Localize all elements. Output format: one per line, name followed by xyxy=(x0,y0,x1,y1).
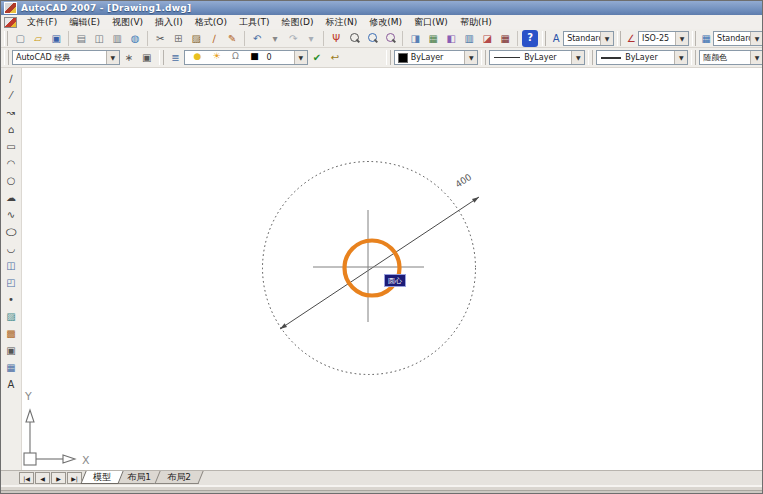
polygon-icon[interactable]: ⌂ xyxy=(3,121,20,138)
designcenter-icon[interactable]: ▦ xyxy=(425,30,441,47)
etransmit-globe-icon[interactable]: ◍ xyxy=(127,30,143,47)
toolbar-grip[interactable] xyxy=(542,31,546,46)
table-style-combo[interactable]: Standard ▼ xyxy=(713,31,763,46)
plot-icon[interactable]: ▤ xyxy=(73,30,89,47)
plotstyle-combo[interactable]: 随颜色 ▼ xyxy=(699,50,763,65)
toolbar-grip[interactable] xyxy=(159,50,164,65)
construction-line-icon[interactable]: ⁄ xyxy=(3,87,20,104)
toolbar-grip[interactable] xyxy=(4,31,8,46)
first-tab-button[interactable]: |◀ xyxy=(19,472,34,484)
dimension-line-entity[interactable] xyxy=(280,197,479,329)
mtext-icon[interactable]: A xyxy=(3,376,20,393)
hatch-icon[interactable]: ▨ xyxy=(3,308,20,325)
layer-on-bulb-icon[interactable]: ● xyxy=(189,50,205,65)
toolbar-grip[interactable] xyxy=(4,50,9,65)
toolbar-grip[interactable] xyxy=(617,31,621,46)
chevron-down-icon[interactable]: ▼ xyxy=(464,51,477,64)
menu-tools[interactable]: 工具(T) xyxy=(233,15,276,29)
layer-properties-manager-icon[interactable]: ≣ xyxy=(168,49,184,66)
menu-window[interactable]: 窗口(W) xyxy=(408,15,454,29)
save-icon[interactable]: ▣ xyxy=(48,30,64,47)
dimension-text[interactable]: 400 xyxy=(454,172,474,190)
polyline-icon[interactable]: ↝ xyxy=(3,104,20,121)
drawing-window-icon[interactable] xyxy=(4,17,17,28)
redo-icon[interactable]: ↷ xyxy=(285,30,301,47)
ellipse-icon[interactable]: ○ xyxy=(0,223,22,240)
linetype-combo[interactable]: ByLayer ▼ xyxy=(489,50,585,65)
chevron-down-icon[interactable]: ▼ xyxy=(675,32,688,45)
menu-insert[interactable]: 插入(I) xyxy=(149,15,189,29)
block-editor-icon[interactable]: ✎ xyxy=(224,30,240,47)
dim-style-combo[interactable]: ISO-25 ▼ xyxy=(638,31,689,46)
rectangle-icon[interactable]: ▭ xyxy=(3,138,20,155)
prev-tab-button[interactable]: ◀ xyxy=(35,472,50,484)
chevron-down-icon[interactable]: ▼ xyxy=(674,51,687,64)
chevron-down-icon[interactable]: ▼ xyxy=(750,32,763,45)
quickcalc-icon[interactable]: ▦ xyxy=(497,30,513,47)
chevron-down-icon[interactable]: ▼ xyxy=(750,51,763,64)
insert-block-icon[interactable]: ◫ xyxy=(3,257,20,274)
arc-icon[interactable]: ◠ xyxy=(3,155,20,172)
toolbar-grip[interactable] xyxy=(691,50,696,65)
chevron-down-icon[interactable]: ▼ xyxy=(106,51,119,64)
revcloud-icon[interactable]: ☁ xyxy=(3,189,20,206)
text-style-combo[interactable]: Standard ▼ xyxy=(563,31,614,46)
zoom-window-icon[interactable] xyxy=(364,30,380,47)
plot-preview-icon[interactable]: ◫ xyxy=(91,30,107,47)
menu-dimension[interactable]: 标注(N) xyxy=(319,15,363,29)
menu-modify[interactable]: 修改(M) xyxy=(363,15,408,29)
region-icon[interactable]: ▣ xyxy=(3,342,20,359)
toolbar-grip[interactable] xyxy=(386,50,391,65)
menu-format[interactable]: 格式(O) xyxy=(189,15,233,29)
circle-icon[interactable]: ○ xyxy=(3,172,20,189)
menu-file[interactable]: 文件(F) xyxy=(21,15,63,29)
menu-edit[interactable]: 编辑(E) xyxy=(63,15,106,29)
point-icon[interactable]: • xyxy=(3,291,20,308)
tool-palettes-icon[interactable]: ◧ xyxy=(443,30,459,47)
layer-previous-icon[interactable]: ↩ xyxy=(327,49,343,66)
line-icon[interactable]: ∕ xyxy=(3,70,20,87)
help-icon[interactable]: ? xyxy=(522,30,538,47)
markup-set-manager-icon[interactable]: ◪ xyxy=(479,30,495,47)
pan-realtime-icon[interactable]: Ψ xyxy=(328,30,344,47)
make-block-icon[interactable]: ◰ xyxy=(3,274,20,291)
paste-icon[interactable]: ▨ xyxy=(188,30,204,47)
menu-help[interactable]: 帮助(H) xyxy=(454,15,498,29)
dashed-circle-entity[interactable] xyxy=(263,162,476,375)
gradient-icon[interactable]: ▩ xyxy=(3,325,20,342)
spline-icon[interactable]: ∿ xyxy=(3,206,20,223)
zoom-realtime-icon[interactable] xyxy=(346,30,362,47)
command-window-edge[interactable] xyxy=(1,485,763,494)
workspaces-combo[interactable]: AutoCAD 经典 ▼ xyxy=(12,50,120,65)
chevron-down-icon[interactable]: ▼ xyxy=(294,51,307,64)
undo-dropdown-icon[interactable]: ▾ xyxy=(267,30,283,47)
chevron-down-icon[interactable]: ▼ xyxy=(600,32,613,45)
layer-color-swatch-icon[interactable]: ■ xyxy=(246,50,262,65)
match-properties-icon[interactable]: ∕ xyxy=(206,30,222,47)
copy-icon[interactable]: ⊞ xyxy=(170,30,186,47)
publish-icon[interactable]: ▥ xyxy=(109,30,125,47)
layer-combo[interactable]: ●☀Ω■ 0 ▼ xyxy=(184,50,308,65)
toolbar-grip[interactable] xyxy=(481,50,486,65)
make-object-layer-current-icon[interactable]: ✔ xyxy=(309,49,325,66)
toolbar-grip[interactable] xyxy=(692,31,696,46)
table-style-icon[interactable]: ▦ xyxy=(700,30,712,47)
layer-freeze-sun-icon[interactable]: ☀ xyxy=(208,50,224,65)
title-bar[interactable]: AutoCAD 2007 - [Drawing1.dwg] xyxy=(1,1,763,15)
layer-lock-icon[interactable]: Ω xyxy=(227,50,243,65)
command-window-splitter[interactable] xyxy=(1,487,763,491)
redo-dropdown-icon[interactable]: ▾ xyxy=(303,30,319,47)
open-folder-icon[interactable]: ▱ xyxy=(30,30,46,47)
toolbar-grip[interactable] xyxy=(588,50,593,65)
menu-view[interactable]: 视图(V) xyxy=(106,15,149,29)
lineweight-combo[interactable]: ByLayer ▼ xyxy=(596,50,688,65)
text-style-icon[interactable]: A xyxy=(550,30,562,47)
new-file-icon[interactable]: ▢ xyxy=(12,30,28,47)
color-combo[interactable]: ByLayer ▼ xyxy=(394,50,478,65)
workspace-settings-icon[interactable]: ∗ xyxy=(121,49,137,66)
tab-layout2[interactable]: 布局2 xyxy=(154,471,203,484)
drawing-canvas[interactable]: 400 Y X 圆心 xyxy=(22,68,763,470)
sheet-set-manager-icon[interactable]: ▥ xyxy=(461,30,477,47)
tab-model[interactable]: 模型 xyxy=(80,471,123,484)
my-workspace-icon[interactable]: ▣ xyxy=(139,49,155,66)
